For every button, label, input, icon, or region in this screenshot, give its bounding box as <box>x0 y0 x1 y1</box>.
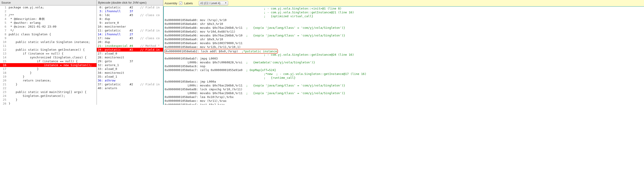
source-line[interactable]: 18 } <box>0 71 96 75</box>
assembly-line[interactable]: L000b: movabs $0x7c0060828,%rsi ; {metad… <box>164 60 644 64</box>
assembly-content[interactable]: ; - com.yj.vola.Singleton::<init>@1 (lin… <box>163 7 644 105</box>
source-content[interactable]: 1package com.yj.vola;23/**4 * @descripti… <box>0 6 96 105</box>
source-line[interactable]: 22 <box>0 86 96 90</box>
bytecode-line[interactable]: 37: getstatic #2 // Field in <box>97 82 163 86</box>
main-container: Source 1package com.yj.vola;23/**4 * @de… <box>0 0 644 105</box>
bytecode-line[interactable]: 40: areturn <box>97 86 163 90</box>
bytecode-line[interactable]: 24: putstatic #2 // Field in <box>97 48 163 52</box>
compilation-dropdown[interactable]: #2 (C2 / Level 4) <box>199 1 228 6</box>
bytecode-line[interactable]: 32: astore_1 <box>97 63 163 67</box>
bytecode-line[interactable]: 10: monitorenter <box>97 25 163 29</box>
assembly-line[interactable]: 0x00000001058e6aa0: shr $0x9,%r10 <box>164 37 644 41</box>
assembly-title: Assembly <box>164 2 177 5</box>
assembly-line[interactable]: 0x00000001058e6a88: movabs $0x76ac2b6b8,… <box>164 26 644 30</box>
source-line[interactable]: 11 <box>0 44 96 48</box>
bytecode-line[interactable]: 14: ifnonnull 27 <box>97 32 163 36</box>
source-line[interactable]: 6 * @since: 2021-01-02 23:09 <box>0 25 96 29</box>
assembly-line[interactable]: 0x00000001058e6a92: mov %r10d,0x68(%r11) <box>164 30 644 34</box>
assembly-line[interactable]: 0x00000001058e6a96: movabs $0x76ac2b6b8,… <box>164 34 644 37</box>
assembly-line[interactable]: 0x00000001058e6a80: mov (%rsp),%r10 <box>164 18 644 22</box>
bytecode-line[interactable]: 9: astore_0 <box>97 21 163 25</box>
bytecode-line[interactable]: 34: monitorexit <box>97 71 163 75</box>
bytecode-line[interactable]: 8: dup <box>97 17 163 21</box>
bytecode-header: Bytecode (double click for JVM spec) <box>97 0 163 6</box>
source-line[interactable]: 9 <box>0 36 96 40</box>
source-line[interactable]: 14 synchronized (Singleton.class) { <box>0 55 96 59</box>
source-line[interactable]: 16 instance = new Singleton(); <box>0 63 96 67</box>
bytecode-line[interactable]: 35: aload_1 <box>97 75 163 79</box>
source-line[interactable]: 26} <box>0 102 96 105</box>
assembly-line[interactable]: L000d: movabs $0x76ac2b6b8,%r11 ; {oop(a… <box>164 91 644 95</box>
source-line[interactable]: 19 } <box>0 75 96 79</box>
source-line[interactable]: 24 Singleton.getInstance(); <box>0 94 96 98</box>
assembly-line[interactable]: 0x00000001058e6aef: test $0x2,%rax <box>164 103 644 105</box>
assembly-line[interactable]: 0x00000001058e6aa4: movabs $0x100379000,… <box>164 41 644 45</box>
source-panel: Source 1package com.yj.vola;23/**4 * @de… <box>0 0 97 105</box>
source-line[interactable]: 1package com.yj.vola; <box>0 6 96 9</box>
labels-checkbox[interactable]: ✓ <box>179 2 182 5</box>
source-line[interactable]: 12 public static Singleton getInstance()… <box>0 48 96 52</box>
bytecode-panel: Bytecode (double click for JVM spec) 0: … <box>97 0 163 105</box>
source-line[interactable]: 13 if (instance == null) { <box>0 52 96 55</box>
bytecode-line[interactable]: 0: getstatic #2 // Field in <box>97 6 163 9</box>
source-line[interactable]: 10 public static volatile Singleton inst… <box>0 40 96 44</box>
dropdown-value: #2 (C2 / Level 4) <box>200 2 220 5</box>
source-line[interactable]: 20 return instance; <box>0 79 96 82</box>
assembly-line[interactable]: ; {optimized virtual_call} <box>164 14 644 18</box>
bytecode-line[interactable]: 20: dup <box>97 40 163 44</box>
source-line[interactable]: 5 * @author: erlang <box>0 21 96 25</box>
bytecode-line[interactable]: 11: getstatic #2 // Field in <box>97 29 163 32</box>
bytecode-line[interactable]: 36: athrow <box>97 79 163 82</box>
source-line[interactable]: 15 if (instance == null) { <box>0 59 96 63</box>
bytecode-line[interactable]: 17: new #3 // class co <box>97 36 163 40</box>
assembly-line[interactable]: 0x00000001058e6acc: jmp L000a <box>164 80 644 84</box>
bytecode-line[interactable]: 29: goto 37 <box>97 59 163 63</box>
bytecode-line[interactable]: 6: ldc #3 // class co <box>97 13 163 17</box>
source-line[interactable]: 17 } <box>0 67 96 71</box>
bytecode-line[interactable]: 21: invokespecial #4 // Method " <box>97 44 163 48</box>
assembly-line[interactable]: ; {runtime_call} <box>164 76 644 80</box>
assembly-line[interactable]: 0x00000001058e6aec: mov (%r11),%rax <box>164 99 644 103</box>
assembly-line[interactable]: 0x00000001058e6ab2: lock addl $0x0,(%rsp… <box>164 49 644 53</box>
assembly-line[interactable]: 0x00000001058e6a84: shr $0x3,%r10 <box>164 22 644 26</box>
assembly-line[interactable]: 0x00000001058e6ab7: jmpq L0003 <box>164 57 644 60</box>
assembly-line[interactable]: 0x00000001058e6ae7: lea 0x10(%rsp),%rbx <box>164 95 644 99</box>
source-line[interactable]: 2 <box>0 9 96 13</box>
bytecode-line[interactable]: 33: aload_0 <box>97 67 163 71</box>
source-line[interactable]: 7 */ <box>0 29 96 32</box>
assembly-line[interactable]: ; - com.yj.vola.Singleton::getInstance@2… <box>164 11 644 14</box>
assembly-line[interactable]: L000c: movabs $0x76ac2b6b8,%r11 ; {oop(a… <box>164 84 644 87</box>
bytecode-line[interactable]: 3: ifnonnull 37 <box>97 9 163 13</box>
assembly-header: Assembly ✓ Labels #2 (C2 / Level 4) <box>163 0 644 7</box>
assembly-line[interactable]: 0x00000001058e6ac7: callq 0x00000001055e… <box>164 68 644 72</box>
source-title: Source <box>1 1 11 4</box>
labels-text: Labels <box>184 2 193 5</box>
source-line[interactable]: 4 * @description: 单例 <box>0 17 96 21</box>
source-line[interactable]: 8public class Singleton { <box>0 32 96 36</box>
source-line[interactable]: 21 } <box>0 82 96 86</box>
assembly-line[interactable]: ; - com.yj.vola.Singleton::<init>@1 (lin… <box>164 7 644 11</box>
bytecode-line[interactable]: 28: monitorexit <box>97 55 163 59</box>
bytecode-line[interactable]: 27: aload_0 <box>97 52 163 55</box>
assembly-line[interactable]: ; - com.yj.vola.Singleton::getInstance@2… <box>164 53 644 57</box>
assembly-line[interactable]: 0x00000001058e6aae: mov %r12b,(%r11,%r10… <box>164 45 644 49</box>
source-line[interactable]: 25 } <box>0 98 96 102</box>
assembly-line[interactable]: 0x00000001058e6ac6: nop <box>164 64 644 68</box>
assembly-panel: Assembly ✓ Labels #2 (C2 / Level 4) ; - … <box>163 0 644 105</box>
assembly-line[interactable]: ;*new ; - com.yj.vola.Singleton::getInst… <box>164 72 644 76</box>
source-line[interactable]: 23 public static void main(String[] args… <box>0 90 96 94</box>
bytecode-content[interactable]: 0: getstatic #2 // Field in 3: ifnonnull… <box>97 6 163 105</box>
source-header: Source <box>0 0 96 6</box>
assembly-line[interactable]: 0x00000001058e6ad8: lock cmpxchg %r10,(%… <box>164 87 644 91</box>
source-line[interactable]: 3/** <box>0 13 96 17</box>
bytecode-title: Bytecode (double click for JVM spec) <box>98 1 146 4</box>
